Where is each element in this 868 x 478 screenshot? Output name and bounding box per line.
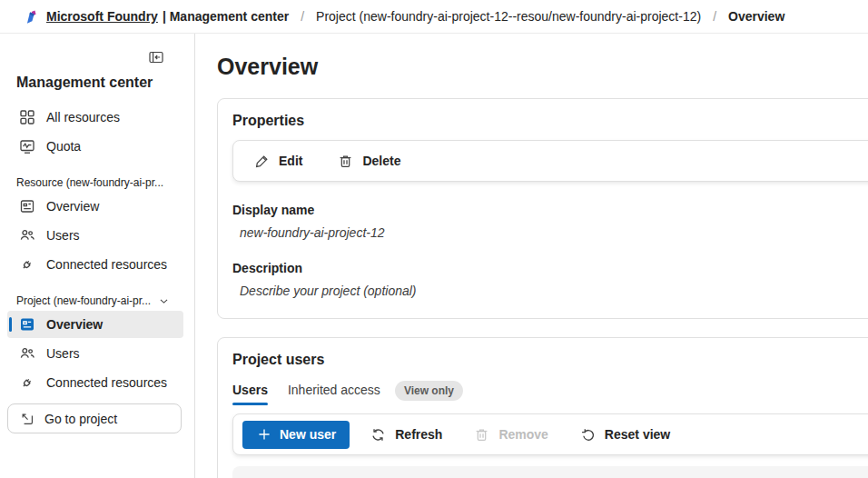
trash-icon: [473, 426, 490, 443]
project-users-card: Project users Users Inherited access Vie…: [217, 337, 868, 478]
selected-indicator: [9, 317, 12, 332]
pencil-icon: [253, 153, 271, 170]
users-icon: [18, 226, 36, 244]
tab-label: Users: [232, 383, 268, 397]
sidebar-item-label: Users: [46, 228, 80, 243]
sidebar-item-label: Connected resources: [46, 375, 167, 390]
chevron-down-icon[interactable]: [158, 295, 170, 307]
display-name-field: Display name new-foundry-ai-project-12: [232, 203, 868, 240]
sidebar-title: Management center: [16, 75, 183, 91]
sidebar-item-label: Overview: [46, 199, 99, 214]
sidebar-item-resource-connected-resources[interactable]: Connected resources: [7, 251, 183, 278]
remove-button-label: Remove: [498, 427, 547, 442]
tab-label: Inherited access: [288, 383, 380, 397]
sidebar-item-project-connected-resources[interactable]: Connected resources: [7, 369, 183, 396]
breadcrumb-project: Project (new-foundry-ai-project-12--reso…: [316, 9, 701, 24]
panel-collapse-icon: [147, 48, 165, 66]
sidebar-item-label: Connected resources: [46, 257, 167, 272]
sidebar-item-quota[interactable]: Quota: [7, 133, 183, 160]
overview-icon: [18, 197, 36, 215]
sidebar-section-resource: Resource (new-foundry-ai-pr...: [16, 176, 183, 189]
foundry-logo-icon: [24, 8, 39, 25]
edit-button[interactable]: Edit: [242, 147, 313, 175]
sidebar: Management center All resources Quota Re…: [0, 34, 195, 478]
new-user-button-label: New user: [280, 427, 336, 442]
field-label: Description: [232, 261, 868, 275]
delete-button-label: Delete: [362, 154, 400, 168]
properties-command-bar: Edit Delete: [232, 140, 868, 182]
sidebar-item-all-resources[interactable]: All resources: [7, 104, 183, 131]
brand-section-label: | Management center: [163, 9, 289, 24]
trash-icon: [337, 153, 354, 170]
grid-icon: [18, 108, 36, 126]
page-title: Overview: [217, 54, 868, 80]
properties-card: Properties Edit: [217, 98, 868, 319]
sidebar-item-project-users[interactable]: Users: [7, 340, 183, 367]
plug-icon: [18, 255, 36, 274]
sidebar-item-label: Quota: [46, 139, 81, 154]
view-only-badge: View only: [395, 381, 463, 401]
field-label: Display name: [232, 203, 868, 217]
brand-link[interactable]: Microsoft Foundry: [46, 9, 158, 24]
breadcrumb-separator: /: [301, 9, 304, 24]
breadcrumb-current-page: Overview: [728, 9, 784, 24]
go-to-project-button[interactable]: Go to project: [7, 403, 182, 433]
go-to-project-icon: [19, 411, 35, 427]
section-label-text: Resource (new-foundry-ai-pr...: [16, 176, 163, 189]
field-value: new-foundry-ai-project-12: [240, 225, 868, 240]
overview-icon: [18, 315, 36, 334]
quota-icon: [18, 137, 36, 155]
remove-button[interactable]: Remove: [462, 421, 558, 449]
delete-button[interactable]: Delete: [326, 147, 411, 175]
plug-icon: [18, 373, 36, 392]
top-header: Microsoft Foundry | Management center / …: [0, 0, 868, 34]
sidebar-item-resource-overview[interactable]: Overview: [7, 193, 183, 220]
tab-users[interactable]: Users: [232, 383, 268, 405]
reset-view-button[interactable]: Reset view: [568, 421, 681, 449]
refresh-button[interactable]: Refresh: [359, 421, 453, 449]
project-users-tabs: Users Inherited access View only: [232, 381, 868, 406]
refresh-icon: [370, 426, 387, 443]
sidebar-item-label: Overview: [46, 317, 103, 332]
section-label-text: Project (new-foundry-ai-pr...: [16, 294, 151, 307]
main-content: Overview Properties Edit: [195, 34, 868, 478]
users-icon: [18, 344, 36, 363]
sidebar-item-project-overview[interactable]: Overview: [7, 311, 183, 338]
tab-inherited-access[interactable]: Inherited access: [288, 383, 380, 405]
new-user-button[interactable]: New user: [242, 421, 350, 449]
edit-button-label: Edit: [279, 154, 302, 168]
sidebar-section-project[interactable]: Project (new-foundry-ai-pr...: [16, 294, 183, 307]
reset-view-icon: [579, 426, 597, 443]
project-users-command-bar: New user Refresh: [232, 413, 868, 455]
go-to-project-label: Go to project: [44, 412, 117, 426]
refresh-button-label: Refresh: [395, 427, 442, 442]
users-table-header-strip: [232, 466, 868, 478]
collapse-sidebar-button[interactable]: [145, 46, 167, 68]
sidebar-item-label: All resources: [46, 110, 120, 124]
field-value: Describe your project (optional): [240, 284, 868, 298]
description-field: Description Describe your project (optio…: [232, 261, 868, 298]
sidebar-item-resource-users[interactable]: Users: [7, 222, 183, 249]
sidebar-item-label: Users: [46, 346, 80, 361]
plus-icon: [256, 426, 272, 443]
project-users-card-title: Project users: [232, 352, 868, 368]
reset-view-button-label: Reset view: [605, 427, 670, 442]
tab-active-underline: [232, 403, 268, 405]
properties-card-title: Properties: [232, 113, 868, 129]
breadcrumb-separator: /: [713, 9, 716, 24]
